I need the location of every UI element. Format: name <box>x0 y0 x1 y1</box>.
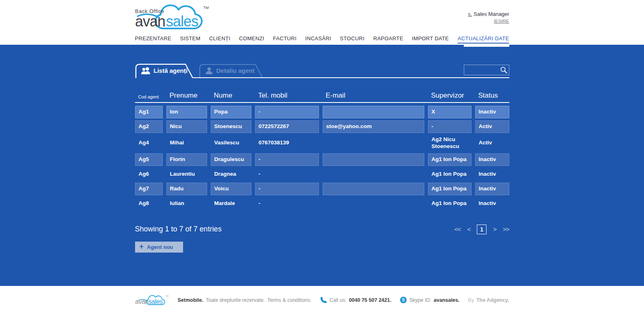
pagination-first-button[interactable]: << <box>454 226 461 233</box>
cell-nume: Mardale <box>211 197 251 210</box>
cell-cod: Ag2 <box>135 120 163 133</box>
nav-item-clien-i[interactable]: CLIENȚI <box>209 35 230 44</box>
nav-item-stocuri[interactable]: STOCURI <box>340 35 365 44</box>
tab-lista-agenti[interactable]: Listă agenți <box>135 63 196 78</box>
cell-status: Inactiv <box>475 168 509 181</box>
tab-label: Detaliu agent <box>216 67 255 74</box>
user-line: s. Sales Manager <box>468 11 509 17</box>
search-icon[interactable] <box>500 66 508 74</box>
column-header-supervizor: Supervizor <box>428 92 472 100</box>
plus-icon: + <box>140 243 144 250</box>
cell-email: stoe@yahoo.com <box>323 120 424 133</box>
column-header-email: E-mail <box>323 92 424 100</box>
user-initial-link[interactable]: s. <box>468 11 472 17</box>
table-header-row: Cod agentPrenumeNumeTel. mobilE-mailSupe… <box>135 92 509 103</box>
column-header-tel: Tel. mobil <box>255 92 319 100</box>
logout-link[interactable]: IESIRE <box>494 19 509 24</box>
cell-email <box>323 197 424 210</box>
cell-tel: - <box>255 183 319 195</box>
cell-status: Activ <box>475 120 509 133</box>
cell-tel: - <box>255 106 319 118</box>
pagination-next-button[interactable]: > <box>493 226 496 233</box>
cell-email <box>323 135 424 151</box>
cell-tel: 0767038139 <box>255 135 319 151</box>
column-header-cod: Cod agent <box>135 94 163 100</box>
cell-tel: - <box>255 197 319 210</box>
search-box <box>464 65 509 75</box>
pagination-prev-button[interactable]: < <box>467 226 470 233</box>
cell-status: Inactiv <box>475 106 509 118</box>
user-box: s. Sales Manager IESIRE <box>468 11 509 24</box>
table-row-ag8[interactable]: Ag8IulianMardale-Ag1 Ion PopaInactiv <box>135 197 509 210</box>
cell-tel: 0722572267 <box>255 120 319 133</box>
skype-label: Skype ID: <box>409 297 431 303</box>
cell-cod: Ag7 <box>135 183 163 195</box>
cell-supervizor: X <box>428 106 472 118</box>
column-header-status: Status <box>475 92 509 100</box>
logo-tm-mark: TM <box>203 6 209 10</box>
cell-supervizor: Ag1 Ion Popa <box>428 197 472 210</box>
search-input[interactable] <box>464 67 500 73</box>
user-name: Sales Manager <box>474 11 509 17</box>
avansales-logo[interactable]: Back Office avan sales TM <box>135 2 215 36</box>
cell-supervizor: Ag1 Ion Popa <box>428 168 472 181</box>
footer-skype: S Skype ID: avansales. <box>400 297 459 303</box>
nav-item-sistem[interactable]: SISTEM <box>180 35 200 44</box>
table-row-ag1[interactable]: Ag1IonPopa-XInactiv <box>135 106 509 118</box>
nav-item-facturi[interactable]: FACTURI <box>273 35 297 44</box>
pagination-current-page[interactable]: 1 <box>477 225 487 234</box>
column-header-prenume: Prenume <box>166 92 207 100</box>
footer-rights: Toate drepturile rezervate. <box>206 297 265 303</box>
active-nav-notch <box>464 45 509 47</box>
page-footer: avan sales TM Setmobile. Toate drepturil… <box>0 286 644 314</box>
cell-nume: Stoenescu <box>211 120 251 133</box>
cell-status: Activ <box>475 135 509 151</box>
tab-detaliu-agent[interactable]: Detaliu agent <box>199 63 271 78</box>
cell-status: Inactiv <box>475 183 509 195</box>
cell-email <box>323 183 424 195</box>
terms-link[interactable]: Terms & conditions. <box>267 297 312 303</box>
cell-prenume: Ion <box>166 106 207 118</box>
cell-tel: - <box>255 153 319 166</box>
cell-nume: Dragnea <box>211 168 251 181</box>
cell-prenume: Mihai <box>166 135 207 151</box>
phone-number: 0040 75 507 2421. <box>349 297 391 303</box>
agents-table: Cod agentPrenumeNumeTel. mobilE-mailSupe… <box>135 92 509 253</box>
nav-item-prezentare[interactable]: PREZENTARE <box>135 35 171 44</box>
table-row-ag2[interactable]: Ag2NicuStoenescu0722572267stoe@yahoo.com… <box>135 120 509 133</box>
footer-credit: By The Adgency. <box>468 297 509 303</box>
cell-status: Inactiv <box>475 153 509 166</box>
cell-email <box>323 168 424 181</box>
footer-copyright: Setmobile. Toate drepturile rezervate. T… <box>177 297 312 303</box>
nav-item-rapoarte[interactable]: RAPOARTE <box>373 35 403 44</box>
cell-cod: Ag6 <box>135 168 163 181</box>
cell-supervizor: Ag2 Nicu Stoenescu <box>428 135 472 151</box>
table-row-ag5[interactable]: Ag5FlorinDragulescu-Ag1 Ion PopaInactiv <box>135 153 509 166</box>
nav-item-comenzi[interactable]: COMENZI <box>239 35 264 44</box>
logo-text-dark: avan <box>135 13 165 30</box>
table-row-ag6[interactable]: Ag6LaurentiuDragnea-Ag1 Ion PopaInactiv <box>135 168 509 181</box>
nav-item-incas-ri[interactable]: INCASĂRI <box>305 35 331 44</box>
skype-icon: S <box>400 297 407 303</box>
phone-icon <box>320 297 327 303</box>
footer-logo-cloud-icon: avan sales TM <box>135 294 169 307</box>
nav-item-actualiz-ri-date[interactable]: ACTUALIZĂRI DATE <box>458 35 509 44</box>
cell-supervizor: Ag1 Ion Popa <box>428 183 472 195</box>
nav-item-import-date[interactable]: IMPORT DATE <box>412 35 449 44</box>
page-header: Back Office avan sales TM s. Sales Manag… <box>0 0 644 45</box>
logo-cloud-icon: Back Office avan sales TM <box>135 2 215 34</box>
credit-by: By <box>468 297 474 303</box>
cell-cod: Ag8 <box>135 197 163 210</box>
table-row-ag4[interactable]: Ag4MihaiVasilescu0767038139Ag2 Nicu Stoe… <box>135 135 509 151</box>
cell-prenume: Laurentiu <box>166 168 207 181</box>
cell-prenume: Nicu <box>166 120 207 133</box>
cell-prenume: Iulian <box>166 197 207 210</box>
footer-logo-tm-mark: TM <box>166 295 168 297</box>
table-row-ag7[interactable]: Ag7RaduVoicu-Ag1 Ion PopaInactiv <box>135 183 509 195</box>
cell-nume: Dragulescu <box>211 153 251 166</box>
new-agent-button[interactable]: + Agent nou <box>135 242 183 253</box>
call-label: Call us: <box>330 297 347 303</box>
cell-cod: Ag5 <box>135 153 163 166</box>
agents-group-icon <box>141 67 150 74</box>
pagination-last-button[interactable]: >> <box>503 226 509 233</box>
